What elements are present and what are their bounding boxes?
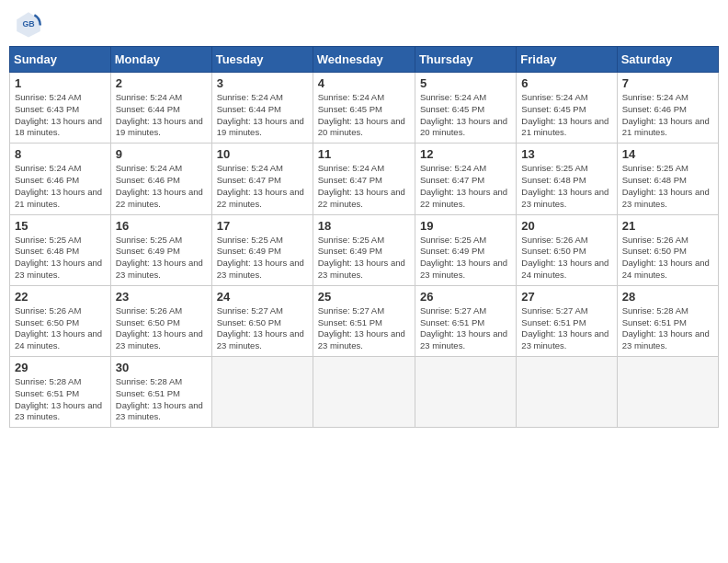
day-info: Sunrise: 5:27 AMSunset: 6:51 PMDaylight:… (318, 305, 410, 352)
header-tuesday: Tuesday (211, 47, 313, 73)
day-info: Sunrise: 5:24 AMSunset: 6:45 PMDaylight:… (521, 92, 611, 139)
calendar-day: 26Sunrise: 5:27 AMSunset: 6:51 PMDayligh… (415, 285, 516, 356)
day-number: 27 (521, 290, 611, 304)
day-info: Sunrise: 5:26 AMSunset: 6:50 PMDaylight:… (622, 235, 713, 282)
day-info: Sunrise: 5:24 AMSunset: 6:45 PMDaylight:… (318, 92, 410, 139)
day-info: Sunrise: 5:24 AMSunset: 6:47 PMDaylight:… (318, 163, 410, 210)
day-number: 13 (521, 147, 611, 161)
logo-icon: GB (14, 9, 43, 39)
day-number: 3 (217, 76, 308, 90)
day-number: 5 (420, 76, 511, 90)
day-info: Sunrise: 5:24 AMSunset: 6:44 PMDaylight:… (116, 92, 207, 139)
day-info: Sunrise: 5:24 AMSunset: 6:46 PMDaylight:… (116, 163, 207, 210)
calendar-day: 27Sunrise: 5:27 AMSunset: 6:51 PMDayligh… (517, 285, 617, 356)
day-number: 2 (116, 76, 207, 90)
calendar-day: 13Sunrise: 5:25 AMSunset: 6:48 PMDayligh… (517, 144, 617, 214)
calendar-day: 20Sunrise: 5:26 AMSunset: 6:50 PMDayligh… (517, 214, 617, 285)
calendar-day: 2Sunrise: 5:24 AMSunset: 6:44 PMDaylight… (110, 73, 211, 144)
day-info: Sunrise: 5:24 AMSunset: 6:47 PMDaylight:… (420, 163, 511, 210)
calendar-day: 30Sunrise: 5:28 AMSunset: 6:51 PMDayligh… (110, 357, 211, 428)
day-number: 22 (15, 290, 106, 304)
day-info: Sunrise: 5:28 AMSunset: 6:51 PMDaylight:… (116, 376, 207, 423)
calendar-week-1: 1Sunrise: 5:24 AMSunset: 6:43 PMDaylight… (10, 73, 719, 144)
calendar-day: 8Sunrise: 5:24 AMSunset: 6:46 PMDaylight… (10, 144, 111, 214)
calendar-day: 23Sunrise: 5:26 AMSunset: 6:50 PMDayligh… (110, 285, 211, 356)
calendar-day (415, 357, 516, 428)
day-number: 28 (622, 290, 713, 304)
day-number: 16 (116, 219, 207, 233)
day-number: 4 (318, 76, 410, 90)
day-number: 23 (116, 290, 207, 304)
calendar-day: 1Sunrise: 5:24 AMSunset: 6:43 PMDaylight… (10, 73, 111, 144)
calendar-day: 7Sunrise: 5:24 AMSunset: 6:46 PMDaylight… (617, 73, 718, 144)
day-number: 12 (420, 147, 511, 161)
calendar-day (517, 357, 617, 428)
day-number: 21 (622, 219, 713, 233)
day-info: Sunrise: 5:25 AMSunset: 6:49 PMDaylight:… (116, 235, 207, 282)
day-number: 7 (622, 76, 713, 90)
calendar-day: 17Sunrise: 5:25 AMSunset: 6:49 PMDayligh… (211, 214, 313, 285)
day-info: Sunrise: 5:25 AMSunset: 6:48 PMDaylight:… (521, 163, 611, 210)
header-monday: Monday (110, 47, 211, 73)
calendar-day: 3Sunrise: 5:24 AMSunset: 6:44 PMDaylight… (211, 73, 313, 144)
day-number: 25 (318, 290, 410, 304)
day-info: Sunrise: 5:24 AMSunset: 6:47 PMDaylight:… (217, 163, 308, 210)
day-info: Sunrise: 5:27 AMSunset: 6:51 PMDaylight:… (521, 305, 611, 352)
calendar-header-row: SundayMondayTuesdayWednesdayThursdayFrid… (10, 47, 719, 73)
day-info: Sunrise: 5:24 AMSunset: 6:45 PMDaylight:… (420, 92, 511, 139)
calendar-day: 29Sunrise: 5:28 AMSunset: 6:51 PMDayligh… (10, 357, 111, 428)
day-info: Sunrise: 5:25 AMSunset: 6:49 PMDaylight:… (217, 235, 308, 282)
svg-text:GB: GB (22, 19, 34, 29)
day-number: 19 (420, 219, 511, 233)
day-info: Sunrise: 5:24 AMSunset: 6:46 PMDaylight:… (622, 92, 713, 139)
calendar-day: 22Sunrise: 5:26 AMSunset: 6:50 PMDayligh… (10, 285, 111, 356)
day-info: Sunrise: 5:28 AMSunset: 6:51 PMDaylight:… (15, 376, 106, 423)
day-number: 29 (15, 361, 106, 374)
calendar-day: 24Sunrise: 5:27 AMSunset: 6:50 PMDayligh… (211, 285, 313, 356)
calendar-day: 6Sunrise: 5:24 AMSunset: 6:45 PMDaylight… (517, 73, 617, 144)
calendar-week-2: 8Sunrise: 5:24 AMSunset: 6:46 PMDaylight… (10, 144, 719, 214)
calendar-day: 12Sunrise: 5:24 AMSunset: 6:47 PMDayligh… (415, 144, 516, 214)
calendar-day: 11Sunrise: 5:24 AMSunset: 6:47 PMDayligh… (313, 144, 415, 214)
day-info: Sunrise: 5:27 AMSunset: 6:50 PMDaylight:… (217, 305, 308, 352)
day-info: Sunrise: 5:25 AMSunset: 6:48 PMDaylight:… (15, 235, 106, 282)
calendar-week-3: 15Sunrise: 5:25 AMSunset: 6:48 PMDayligh… (10, 214, 719, 285)
day-number: 24 (217, 290, 308, 304)
day-number: 8 (15, 147, 106, 161)
day-number: 20 (521, 219, 611, 233)
page-header: GB (9, 9, 719, 39)
calendar-day: 28Sunrise: 5:28 AMSunset: 6:51 PMDayligh… (617, 285, 718, 356)
calendar-day: 5Sunrise: 5:24 AMSunset: 6:45 PMDaylight… (415, 73, 516, 144)
header-sunday: Sunday (10, 47, 111, 73)
day-number: 17 (217, 219, 308, 233)
day-info: Sunrise: 5:27 AMSunset: 6:51 PMDaylight:… (420, 305, 511, 352)
day-info: Sunrise: 5:28 AMSunset: 6:51 PMDaylight:… (622, 305, 713, 352)
day-number: 18 (318, 219, 410, 233)
calendar-day: 14Sunrise: 5:25 AMSunset: 6:48 PMDayligh… (617, 144, 718, 214)
day-info: Sunrise: 5:24 AMSunset: 6:44 PMDaylight:… (217, 92, 308, 139)
calendar-day: 10Sunrise: 5:24 AMSunset: 6:47 PMDayligh… (211, 144, 313, 214)
calendar-week-5: 29Sunrise: 5:28 AMSunset: 6:51 PMDayligh… (10, 357, 719, 428)
day-number: 11 (318, 147, 410, 161)
day-number: 9 (116, 147, 207, 161)
day-info: Sunrise: 5:26 AMSunset: 6:50 PMDaylight:… (116, 305, 207, 352)
calendar-day: 18Sunrise: 5:25 AMSunset: 6:49 PMDayligh… (313, 214, 415, 285)
calendar-day: 21Sunrise: 5:26 AMSunset: 6:50 PMDayligh… (617, 214, 718, 285)
calendar-day: 19Sunrise: 5:25 AMSunset: 6:49 PMDayligh… (415, 214, 516, 285)
day-number: 30 (116, 361, 207, 374)
day-number: 15 (15, 219, 106, 233)
calendar-table: SundayMondayTuesdayWednesdayThursdayFrid… (9, 46, 719, 428)
calendar-day (313, 357, 415, 428)
day-info: Sunrise: 5:24 AMSunset: 6:46 PMDaylight:… (15, 163, 106, 210)
day-number: 26 (420, 290, 511, 304)
calendar-day: 4Sunrise: 5:24 AMSunset: 6:45 PMDaylight… (313, 73, 415, 144)
day-number: 10 (217, 147, 308, 161)
calendar-day: 9Sunrise: 5:24 AMSunset: 6:46 PMDaylight… (110, 144, 211, 214)
calendar-day: 25Sunrise: 5:27 AMSunset: 6:51 PMDayligh… (313, 285, 415, 356)
day-info: Sunrise: 5:25 AMSunset: 6:49 PMDaylight:… (420, 235, 511, 282)
calendar-day (617, 357, 718, 428)
header-saturday: Saturday (617, 47, 718, 73)
day-info: Sunrise: 5:26 AMSunset: 6:50 PMDaylight:… (521, 235, 611, 282)
header-wednesday: Wednesday (313, 47, 415, 73)
calendar-day (211, 357, 313, 428)
